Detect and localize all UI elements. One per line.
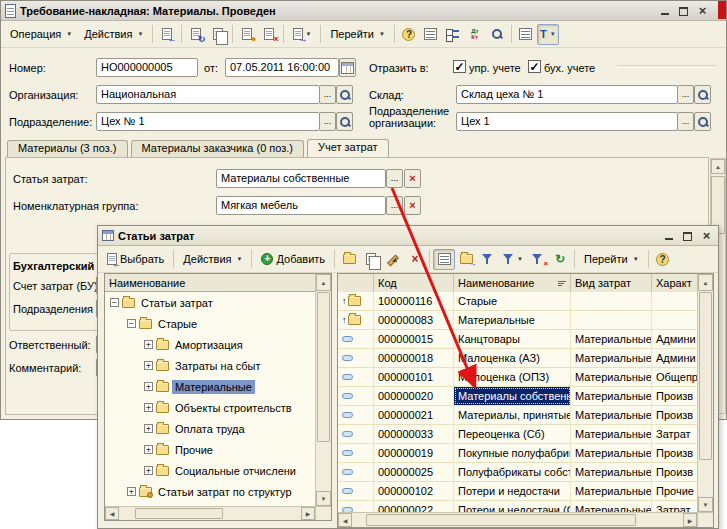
- tree-item-label[interactable]: Социальные отчислени: [172, 464, 299, 478]
- warehouse-open-button[interactable]: [694, 85, 711, 104]
- dtkt-button[interactable]: ДтКт: [464, 24, 486, 45]
- goto-menu-button[interactable]: Перейти▼: [324, 25, 391, 43]
- icon-cell[interactable]: ↑: [338, 311, 374, 329]
- tree-item[interactable]: +Статьи затрат по структур: [105, 481, 315, 502]
- cost-item-select-button[interactable]: ...: [386, 169, 403, 188]
- refresh-button[interactable]: ↻: [549, 249, 571, 270]
- character-column-header[interactable]: Характ: [652, 274, 697, 292]
- icon-cell[interactable]: [338, 406, 374, 424]
- table-row[interactable]: 000000025Полуфабрикаты собст...Материаль…: [338, 463, 697, 482]
- character-cell[interactable]: Произв: [652, 463, 697, 481]
- reread-button[interactable]: ↻: [185, 24, 207, 45]
- code-cell[interactable]: 000000083: [374, 311, 454, 329]
- operation-menu-button[interactable]: Операция▼: [4, 25, 78, 43]
- code-cell[interactable]: 100000116: [374, 292, 454, 310]
- tree-item[interactable]: +Затраты на сбыт: [105, 355, 315, 376]
- table-row[interactable]: 000000021Материалы, принятые...Материаль…: [338, 406, 697, 425]
- organization-field[interactable]: Национальная: [96, 85, 320, 104]
- character-cell[interactable]: Общепр: [652, 368, 697, 386]
- scroll-left-icon[interactable]: ◀: [105, 507, 119, 520]
- move-to-group-button[interactable]: →: [455, 249, 477, 270]
- icon-cell[interactable]: ↑: [338, 292, 374, 310]
- accounting-checkbox[interactable]: ✓: [528, 60, 541, 73]
- filter-sort-button[interactable]: [477, 249, 499, 270]
- character-cell[interactable]: Прочие: [652, 482, 697, 500]
- scrollbar-thumb[interactable]: [135, 508, 223, 519]
- tree-item[interactable]: +Объекты строительств: [105, 397, 315, 418]
- code-cell[interactable]: 000000101: [374, 368, 454, 386]
- product-group-field[interactable]: Мягкая мебель: [216, 196, 386, 215]
- dialog-minimize-button[interactable]: [661, 229, 676, 242]
- dialog-titlebar[interactable]: Статьи затрат ×: [98, 226, 718, 246]
- save-button[interactable]: ←: [156, 24, 178, 45]
- kind-cell[interactable]: Материальные: [571, 406, 652, 424]
- icon-cell[interactable]: [338, 501, 374, 512]
- tree-item[interactable]: −Статьи затрат: [105, 292, 315, 313]
- name-column-header[interactable]: Наименование: [454, 274, 571, 292]
- collapse-icon[interactable]: −: [110, 298, 119, 307]
- tree-header[interactable]: Наименование: [105, 274, 315, 292]
- code-cell[interactable]: 000000022: [374, 501, 454, 512]
- icon-cell[interactable]: [338, 387, 374, 405]
- name-cell[interactable]: Полуфабрикаты собст...: [454, 463, 571, 481]
- select-button[interactable]: ← Выбрать: [101, 250, 170, 268]
- expand-icon[interactable]: +: [127, 487, 136, 496]
- scroll-left-icon[interactable]: ◀: [338, 513, 352, 527]
- product-group-clear-button[interactable]: ×: [404, 196, 421, 215]
- name-cell[interactable]: Покупные полуфабрик...: [454, 444, 571, 462]
- icon-cell[interactable]: [338, 330, 374, 348]
- add-group-button[interactable]: [338, 249, 360, 270]
- calendar-button[interactable]: [339, 58, 356, 77]
- kind-column-header[interactable]: Вид затрат: [571, 274, 652, 292]
- table-vertical-scrollbar[interactable]: ▲ ▼: [697, 274, 713, 527]
- maximize-button[interactable]: [676, 4, 691, 17]
- tab-cost-accounting[interactable]: Учет затрат: [307, 139, 389, 157]
- tree-item[interactable]: +Социальные отчислени: [105, 460, 315, 481]
- scrollbar-thumb[interactable]: [366, 514, 636, 526]
- name-cell[interactable]: Материалы, принятые...: [454, 406, 571, 424]
- document-window-titlebar[interactable]: Требование-накладная: Материалы. Проведе…: [1, 1, 726, 21]
- tree-item-label[interactable]: Объекты строительств: [172, 401, 295, 415]
- expand-icon[interactable]: +: [144, 340, 153, 349]
- org-division-field[interactable]: Цех 1: [456, 112, 678, 131]
- name-cell[interactable]: Старые: [454, 292, 571, 310]
- code-cell[interactable]: 000000018: [374, 349, 454, 367]
- product-group-select-button[interactable]: ...: [386, 196, 403, 215]
- close-button[interactable]: ×: [695, 4, 710, 17]
- actions-menu-button[interactable]: Действия▼: [78, 25, 149, 43]
- date-field[interactable]: 07.05.2011 16:00:00: [225, 58, 339, 77]
- name-cell[interactable]: Малоценка (АЗ): [454, 349, 571, 367]
- copy-button[interactable]: +: [207, 24, 229, 45]
- find-in-list-button[interactable]: [486, 24, 508, 45]
- name-cell[interactable]: Материалы собственн...: [454, 387, 571, 405]
- character-cell[interactable]: Затрат: [652, 501, 697, 512]
- clear-filter-button[interactable]: ×: [527, 249, 549, 270]
- code-cell[interactable]: 000000025: [374, 463, 454, 481]
- icon-cell[interactable]: [338, 368, 374, 386]
- character-cell[interactable]: [652, 311, 697, 329]
- character-cell[interactable]: Произв: [652, 406, 697, 424]
- tree-item[interactable]: +Амортизация: [105, 334, 315, 355]
- icon-cell[interactable]: [338, 463, 374, 481]
- tree-item-label[interactable]: Амортизация: [172, 338, 246, 352]
- code-cell[interactable]: 000000019: [374, 444, 454, 462]
- kind-cell[interactable]: Материальные: [571, 330, 652, 348]
- delete-button[interactable]: ×: [404, 249, 426, 270]
- type-filter-button[interactable]: Т▼: [537, 24, 559, 45]
- kind-cell[interactable]: Материальные: [571, 368, 652, 386]
- tree-item-label[interactable]: Статьи затрат по структур: [155, 485, 295, 499]
- filter-by-value-button[interactable]: ▼: [499, 249, 527, 270]
- expand-icon[interactable]: +: [144, 382, 153, 391]
- tree-item[interactable]: +Оплата труда: [105, 418, 315, 439]
- character-cell[interactable]: [652, 292, 697, 310]
- scrollbar-thumb[interactable]: [699, 292, 712, 460]
- post-document-button[interactable]: ●: [236, 24, 258, 45]
- expand-icon[interactable]: +: [144, 445, 153, 454]
- tree-item[interactable]: −Старые: [105, 313, 315, 334]
- table-row[interactable]: 000000022Потери и недостачи (Сб)Материал…: [338, 501, 697, 512]
- warehouse-select-button[interactable]: ...: [677, 85, 694, 104]
- icon-cell[interactable]: [338, 349, 374, 367]
- code-cell[interactable]: 000000102: [374, 482, 454, 500]
- organization-open-button[interactable]: [336, 85, 353, 104]
- table-row[interactable]: 000000101Малоценка (ОПЗ)МатериальныеОбще…: [338, 368, 697, 387]
